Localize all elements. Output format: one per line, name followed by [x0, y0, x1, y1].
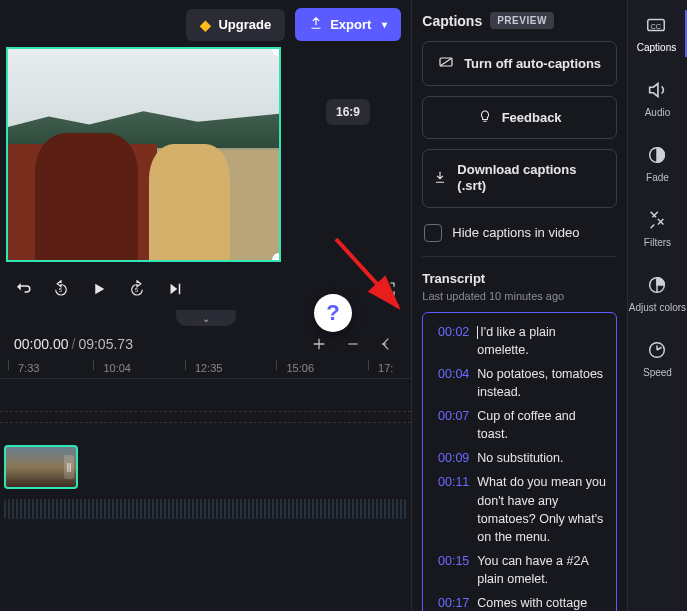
transcript-timestamp[interactable]: 00:17: [431, 594, 469, 611]
svg-text:5: 5: [135, 287, 139, 293]
hide-captions-toggle[interactable]: Hide captions in video: [422, 218, 617, 257]
transcript-line[interactable]: 00:11What do you mean you don't have any…: [431, 473, 608, 546]
transcript-box[interactable]: 00:02I'd like a plain omelette.00:04No p…: [422, 312, 617, 612]
rail-label: Captions: [637, 42, 676, 53]
captions-icon: CC: [645, 14, 667, 36]
play-button[interactable]: [86, 276, 112, 302]
zoom-out-button[interactable]: [343, 334, 363, 354]
clip-trim-handle[interactable]: ||: [64, 455, 74, 479]
upgrade-label: Upgrade: [218, 17, 271, 32]
time-ruler[interactable]: 7:3310:0412:3515:0617:: [0, 354, 411, 379]
video-clip[interactable]: ||: [4, 445, 78, 489]
transcript-updated: Last updated 10 minutes ago: [422, 290, 617, 302]
empty-track[interactable]: [0, 411, 411, 423]
transcript-text[interactable]: I'd like a plain omelette.: [477, 323, 608, 359]
adjust-icon: [646, 274, 668, 296]
filters-icon: [646, 209, 668, 231]
rail-adjust[interactable]: Adjust colors: [628, 270, 687, 317]
cc-off-icon: [438, 54, 454, 73]
help-button[interactable]: ?: [314, 294, 352, 332]
transcript-timestamp[interactable]: 00:09: [431, 449, 469, 467]
diamond-icon: ◆: [200, 17, 211, 33]
rail-label: Adjust colors: [629, 302, 686, 313]
transcript-text[interactable]: No potatoes, tomatoes instead.: [477, 365, 608, 401]
transcript-text[interactable]: No substitution.: [477, 449, 608, 467]
transcript-text[interactable]: What do you mean you don't have any toma…: [477, 473, 608, 546]
turn-off-auto-captions-button[interactable]: Turn off auto-captions: [422, 41, 617, 86]
fade-icon: [646, 144, 668, 166]
rail-label: Fade: [646, 172, 669, 183]
panel-title: Captions: [422, 13, 482, 29]
transcript-timestamp[interactable]: 00:11: [431, 473, 469, 546]
transcript-line[interactable]: 00:02I'd like a plain omelette.: [431, 323, 608, 359]
fullscreen-button[interactable]: [375, 276, 401, 302]
svg-text:CC: CC: [651, 22, 662, 31]
rail-speed[interactable]: Speed: [628, 335, 687, 382]
speed-icon: [646, 339, 668, 361]
transcript-timestamp[interactable]: 00:02: [431, 323, 469, 359]
transcript-timestamp[interactable]: 00:07: [431, 407, 469, 443]
audio-icon: [646, 79, 668, 101]
transcript-title: Transcript: [422, 271, 617, 286]
rail-audio[interactable]: Audio: [628, 75, 687, 122]
transcript-text[interactable]: Comes with cottage fries and rolls.: [477, 594, 608, 611]
audio-waveform[interactable]: [4, 499, 407, 519]
upgrade-button[interactable]: ◆ Upgrade: [186, 9, 285, 41]
download-icon: [433, 170, 447, 187]
resize-handle[interactable]: [272, 253, 281, 262]
rail-filters[interactable]: Filters: [628, 205, 687, 252]
aspect-ratio-badge[interactable]: 16:9: [326, 99, 370, 125]
video-preview[interactable]: [6, 47, 281, 262]
upload-icon: [309, 16, 323, 33]
transcript-timestamp[interactable]: 00:15: [431, 552, 469, 588]
rail-label: Audio: [645, 107, 671, 118]
add-button[interactable]: [309, 334, 329, 354]
rail-label: Filters: [644, 237, 671, 248]
transcript-line[interactable]: 00:15You can have a #2A plain omelet.: [431, 552, 608, 588]
skip-back-5-button[interactable]: 5: [48, 276, 74, 302]
preview-badge: PREVIEW: [490, 12, 554, 29]
right-toolbar: CCCaptionsAudioFadeFiltersAdjust colorsS…: [627, 0, 687, 611]
rail-captions[interactable]: CCCaptions: [628, 10, 687, 57]
captions-panel: Captions PREVIEW Turn off auto-captions …: [411, 0, 627, 611]
lightbulb-icon: [478, 109, 492, 126]
svg-text:5: 5: [59, 287, 63, 293]
transcript-timestamp[interactable]: 00:04: [431, 365, 469, 401]
checkbox-icon: [424, 224, 442, 242]
export-label: Export: [330, 17, 371, 32]
fit-button[interactable]: [377, 334, 397, 354]
collapse-handle[interactable]: ⌄: [176, 310, 236, 326]
feedback-button[interactable]: Feedback: [422, 96, 617, 139]
transcript-text[interactable]: You can have a #2A plain omelet.: [477, 552, 608, 588]
transcript-line[interactable]: 00:04No potatoes, tomatoes instead.: [431, 365, 608, 401]
undo-button[interactable]: [10, 276, 36, 302]
transcript-line[interactable]: 00:07Cup of coffee and toast.: [431, 407, 608, 443]
transcript-text[interactable]: Cup of coffee and toast.: [477, 407, 608, 443]
transcript-line[interactable]: 00:09No substitution.: [431, 449, 608, 467]
skip-fwd-5-button[interactable]: 5: [124, 276, 150, 302]
transcript-line[interactable]: 00:17Comes with cottage fries and rolls.: [431, 594, 608, 611]
export-button[interactable]: Export ▾: [295, 8, 401, 41]
rail-fade[interactable]: Fade: [628, 140, 687, 187]
next-button[interactable]: [162, 276, 188, 302]
time-display: 00:00.00/09:05.73: [14, 336, 133, 352]
chevron-down-icon: ▾: [382, 19, 387, 30]
timeline[interactable]: ||: [0, 379, 411, 519]
download-captions-button[interactable]: Download captions (.srt): [422, 149, 617, 208]
rail-label: Speed: [643, 367, 672, 378]
